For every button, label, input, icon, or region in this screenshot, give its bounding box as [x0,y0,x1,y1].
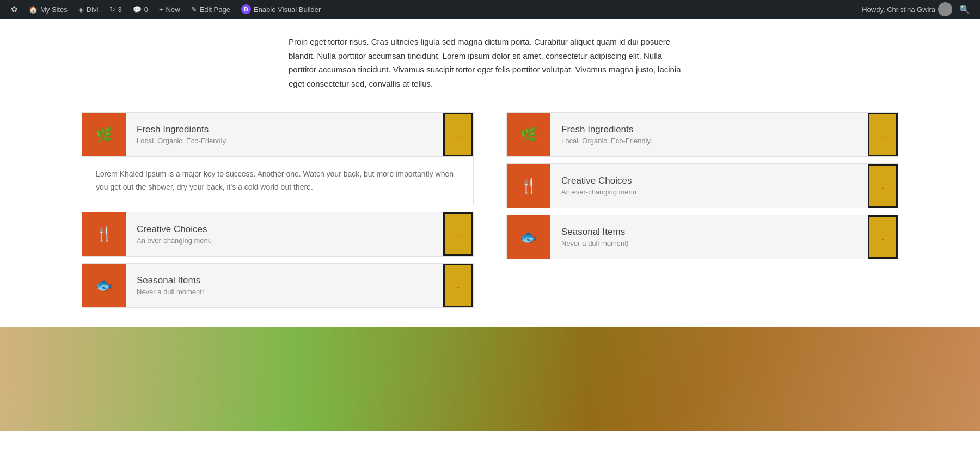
right-seasonal-header[interactable]: 🐟 Seasonal Items Never a dull moment! ↓ [507,215,898,259]
new-icon: + [159,5,163,14]
right-fresh-subtitle: Local. Organic. Eco-Friendly. [561,137,857,145]
utensils-icon-right: 🍴 [520,178,537,194]
divi-menu[interactable]: ◈ Divi [73,0,104,19]
left-fresh-content-text: Lorem Khaled Ipsum is a major key to suc… [96,168,460,194]
divi-label: Divi [87,5,99,14]
left-creative-toggle[interactable]: ↓ [443,212,473,256]
right-creative-toggle[interactable]: ↓ [868,164,898,208]
left-seasonal-subtitle: Never a dull moment! [137,288,432,296]
edit-page-button[interactable]: ✎ Edit Page [186,0,236,19]
enable-visual-builder[interactable]: D Enable Visual Builder [236,0,326,19]
left-seasonal-accordion-item: 🐟 Seasonal Items Never a dull moment! ↓ [82,263,474,308]
right-seasonal-subtitle: Never a dull moment! [561,239,857,247]
right-accordion-column: 🌿 Fresh Ingredients Local. Organic. Eco-… [490,112,915,311]
right-creative-accordion-item: 🍴 Creative Choices An ever-changing menu… [506,163,898,208]
user-greeting: Howdy, Christina Gwira [862,5,935,14]
comments-icon: 💬 [133,5,142,14]
updates[interactable]: ↻ 3 [104,0,127,19]
left-fresh-icon-box: 🌿 [82,113,126,156]
admin-bar: ✿ 🏠 My Sites ◈ Divi ↻ 3 💬 0 + New ✎ Edit… [0,0,980,19]
right-fresh-text: Fresh Ingredients Local. Organic. Eco-Fr… [550,119,868,150]
bottom-decorative-image [0,327,980,431]
wp-logo[interactable]: ✿ [5,0,23,19]
divi-circle-icon: D [241,4,251,14]
fish-icon-right: 🐟 [520,229,537,246]
user-avatar [938,2,952,16]
comments-count: 0 [144,5,148,14]
leaf-icon: 🌿 [95,126,113,143]
divi-icon: ◈ [78,5,84,14]
left-fresh-text: Fresh Ingredients Local. Organic. Eco-Fr… [126,119,443,150]
intro-paragraph: Proin eget tortor risus. Cras ultricies … [289,35,691,90]
accordion-wrapper: 🌿 Fresh Ingredients Local. Organic. Eco-… [0,112,980,311]
right-fresh-header[interactable]: 🌿 Fresh Ingredients Local. Organic. Eco-… [507,113,898,156]
left-creative-subtitle: An ever-changing menu [137,236,432,245]
right-creative-icon-box: 🍴 [507,164,550,208]
left-creative-text: Creative Choices An ever-changing menu [126,218,443,250]
left-seasonal-toggle[interactable]: ↓ [443,264,473,307]
left-creative-accordion-item: 🍴 Creative Choices An ever-changing menu… [82,212,474,257]
left-fresh-accordion-item: 🌿 Fresh Ingredients Local. Organic. Eco-… [82,112,474,205]
left-creative-title: Creative Choices [137,224,432,235]
left-fresh-content: Lorem Khaled Ipsum is a major key to suc… [82,156,473,205]
right-fresh-toggle[interactable]: ↓ [868,113,898,156]
updates-count: 3 [118,5,122,14]
new-label: New [166,5,180,14]
left-seasonal-text: Seasonal Items Never a dull moment! [126,270,443,301]
my-sites[interactable]: 🏠 My Sites [23,0,73,19]
right-fresh-title: Fresh Ingredients [561,124,857,135]
right-creative-header[interactable]: 🍴 Creative Choices An ever-changing menu… [507,164,898,208]
right-creative-text: Creative Choices An ever-changing menu [550,170,868,202]
comments[interactable]: 💬 0 [127,0,154,19]
left-fresh-title: Fresh Ingredients [137,124,432,135]
fish-icon: 🐟 [95,277,113,294]
my-sites-icon: 🏠 [29,5,38,14]
left-seasonal-title: Seasonal Items [137,275,432,286]
left-fresh-toggle[interactable]: ↓ [443,113,473,156]
left-creative-icon-box: 🍴 [82,212,126,256]
my-sites-label: My Sites [40,5,68,14]
left-fresh-subtitle: Local. Organic. Eco-Friendly. [137,137,432,145]
image-overlay [0,327,980,431]
right-seasonal-text: Seasonal Items Never a dull moment! [550,221,868,253]
right-seasonal-accordion-item: 🐟 Seasonal Items Never a dull moment! ↓ [506,215,898,259]
left-creative-header[interactable]: 🍴 Creative Choices An ever-changing menu… [82,212,473,256]
edit-page-label: Edit Page [200,5,230,14]
right-seasonal-title: Seasonal Items [561,227,857,238]
left-seasonal-header[interactable]: 🐟 Seasonal Items Never a dull moment! ↓ [82,264,473,307]
left-fresh-header[interactable]: 🌿 Fresh Ingredients Local. Organic. Eco-… [82,113,473,156]
right-seasonal-toggle[interactable]: ↓ [868,215,898,259]
leaf-icon-right: 🌿 [520,126,537,143]
right-creative-title: Creative Choices [561,175,857,186]
visual-builder-label: Enable Visual Builder [254,5,321,14]
updates-icon: ↻ [109,5,115,14]
right-fresh-icon-box: 🌿 [507,113,550,156]
search-icon[interactable]: 🔍 [955,4,975,15]
wp-icon: ✿ [11,4,18,14]
main-content: Proin eget tortor risus. Cras ultricies … [0,19,980,431]
utensils-icon: 🍴 [95,226,113,242]
edit-icon: ✎ [191,5,197,14]
left-accordion-column: 🌿 Fresh Ingredients Local. Organic. Eco-… [65,112,490,311]
right-seasonal-icon-box: 🐟 [507,215,550,259]
new-button[interactable]: + New [154,0,186,19]
left-seasonal-icon-box: 🐟 [82,264,126,307]
intro-text: Proin eget tortor risus. Cras ultricies … [278,35,702,90]
right-creative-subtitle: An ever-changing menu [561,188,857,196]
admin-bar-right: Howdy, Christina Gwira 🔍 [862,2,975,16]
right-fresh-accordion-item: 🌿 Fresh Ingredients Local. Organic. Eco-… [506,112,898,157]
